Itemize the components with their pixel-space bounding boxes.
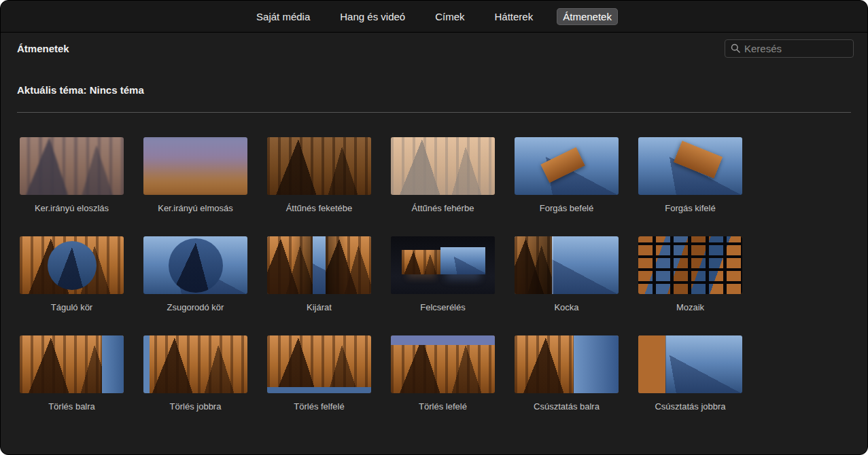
panel-header: Átmenetek bbox=[1, 33, 867, 64]
transition-item-cube[interactable]: Kocka bbox=[515, 236, 619, 312]
tab-sajat-media[interactable]: Saját média bbox=[250, 8, 316, 25]
transition-item-slide-right[interactable]: Csúsztatás jobbra bbox=[638, 335, 742, 412]
transition-label: Forgás befelé bbox=[515, 203, 619, 213]
transition-preview-art bbox=[391, 236, 495, 294]
transition-preview-art bbox=[638, 335, 742, 393]
transition-thumbnail-mosaic[interactable] bbox=[638, 236, 742, 294]
transition-item-wipe-right[interactable]: Törlés jobbra bbox=[143, 335, 247, 412]
transition-item-mosaic[interactable]: Mozaik bbox=[638, 236, 742, 312]
transition-label: Törlés jobbra bbox=[143, 401, 247, 412]
transition-item-circle-expand[interactable]: Táguló kör bbox=[20, 236, 124, 312]
transition-item-fade-black[interactable]: Áttűnés feketébe bbox=[267, 137, 371, 213]
transition-thumbnail-cube[interactable] bbox=[515, 236, 619, 294]
transition-item-doorway[interactable]: Kijárat bbox=[267, 236, 371, 312]
tab-atmenetek[interactable]: Átmenetek bbox=[557, 8, 618, 25]
transition-item-swap[interactable]: Felcserélés bbox=[391, 236, 495, 312]
transition-thumbnail-wipe-up[interactable] bbox=[267, 335, 371, 393]
transition-item-fade-white[interactable]: Áttűnés fehérbe bbox=[391, 137, 495, 213]
transition-label: Ker.irányú eloszlás bbox=[20, 203, 124, 213]
transition-thumbnail-spin-out[interactable] bbox=[638, 137, 742, 195]
transition-preview-art bbox=[515, 236, 619, 294]
transition-label: Kijárat bbox=[267, 302, 371, 312]
transition-label: Törlés felfelé bbox=[267, 401, 371, 412]
tab-cimek[interactable]: Címek bbox=[429, 8, 470, 25]
search-input[interactable] bbox=[744, 43, 848, 54]
current-theme-label: Aktuális téma: Nincs téma bbox=[17, 84, 851, 96]
transition-thumbnail-doorway[interactable] bbox=[267, 236, 371, 294]
transition-thumbnail-spin-in[interactable] bbox=[515, 137, 619, 195]
transition-thumbnail-slide-right[interactable] bbox=[638, 335, 742, 393]
transition-item-wipe-down[interactable]: Törlés lefelé bbox=[391, 335, 495, 412]
transition-label: Áttűnés fehérbe bbox=[391, 203, 495, 213]
transition-item-spin-out[interactable]: Forgás kifelé bbox=[638, 137, 742, 213]
transition-preview-art bbox=[391, 137, 495, 195]
transition-preview-art bbox=[515, 335, 619, 393]
transition-label: Csúsztatás jobbra bbox=[638, 401, 742, 412]
transition-item-slide-left[interactable]: Csúsztatás balra bbox=[515, 335, 619, 412]
transition-thumbnail-wipe-right[interactable] bbox=[143, 335, 247, 393]
tab-hang-es-video[interactable]: Hang és videó bbox=[334, 8, 411, 25]
page-title: Átmenetek bbox=[17, 43, 69, 54]
transition-thumbnail-wipe-left[interactable] bbox=[20, 335, 124, 393]
transition-item-wipe-up[interactable]: Törlés felfelé bbox=[267, 335, 371, 412]
transition-label: Mozaik bbox=[638, 302, 742, 312]
transitions-grid: Ker.irányú eloszlás Ker.irányú elmosás Á… bbox=[20, 137, 851, 412]
section-divider bbox=[17, 112, 851, 113]
transition-item-cross-dissolve[interactable]: Ker.irányú eloszlás bbox=[20, 137, 124, 213]
media-browser-tab-bar: Saját médiaHang és videóCímekHátterekÁtm… bbox=[1, 1, 867, 33]
transition-preview-art bbox=[267, 236, 371, 294]
transition-preview-art bbox=[267, 137, 371, 195]
transition-preview-art bbox=[267, 335, 371, 393]
transition-preview-art bbox=[20, 137, 124, 195]
transition-thumbnail-circle-shrink[interactable] bbox=[143, 236, 247, 294]
transition-label: Ker.irányú elmosás bbox=[143, 203, 247, 213]
transition-label: Törlés balra bbox=[20, 401, 124, 412]
transition-label: Törlés lefelé bbox=[391, 401, 495, 412]
transition-preview-art bbox=[515, 137, 619, 195]
transition-item-spin-in[interactable]: Forgás befelé bbox=[515, 137, 619, 213]
transition-thumbnail-wipe-down[interactable] bbox=[391, 335, 495, 393]
transition-label: Kocka bbox=[515, 302, 619, 312]
imovie-media-browser-window: Saját médiaHang és videóCímekHátterekÁtm… bbox=[0, 0, 868, 455]
transition-label: Áttűnés feketébe bbox=[267, 203, 371, 213]
transition-label: Felcserélés bbox=[391, 302, 495, 312]
transition-preview-art bbox=[391, 335, 495, 393]
transition-thumbnail-fade-white[interactable] bbox=[391, 137, 495, 195]
transition-label: Csúsztatás balra bbox=[515, 401, 619, 412]
transition-preview-art bbox=[20, 335, 124, 393]
transition-item-circle-shrink[interactable]: Zsugorodó kör bbox=[143, 236, 247, 312]
transition-thumbnail-cross-blur[interactable] bbox=[143, 137, 247, 195]
transition-item-cross-blur[interactable]: Ker.irányú elmosás bbox=[143, 137, 247, 213]
transition-thumbnail-fade-black[interactable] bbox=[267, 137, 371, 195]
transition-preview-art bbox=[638, 137, 742, 195]
search-field[interactable] bbox=[725, 39, 854, 58]
transition-preview-art bbox=[638, 236, 742, 294]
transition-label: Forgás kifelé bbox=[638, 203, 742, 213]
transition-label: Zsugorodó kör bbox=[143, 302, 247, 312]
transition-item-wipe-left[interactable]: Törlés balra bbox=[20, 335, 124, 412]
transition-thumbnail-circle-expand[interactable] bbox=[20, 236, 124, 294]
transition-preview-art bbox=[143, 335, 247, 393]
transition-preview-art bbox=[143, 137, 247, 195]
transition-thumbnail-cross-dissolve[interactable] bbox=[20, 137, 124, 195]
tab-hatterek[interactable]: Hátterek bbox=[489, 8, 540, 25]
transition-thumbnail-slide-left[interactable] bbox=[515, 335, 619, 393]
transition-preview-art bbox=[20, 236, 124, 294]
transition-preview-art bbox=[143, 236, 247, 294]
transitions-panel: Aktuális téma: Nincs téma Ker.irányú elo… bbox=[1, 64, 867, 454]
transition-label: Táguló kör bbox=[20, 302, 124, 312]
transition-thumbnail-swap[interactable] bbox=[391, 236, 495, 294]
search-icon bbox=[731, 43, 740, 53]
